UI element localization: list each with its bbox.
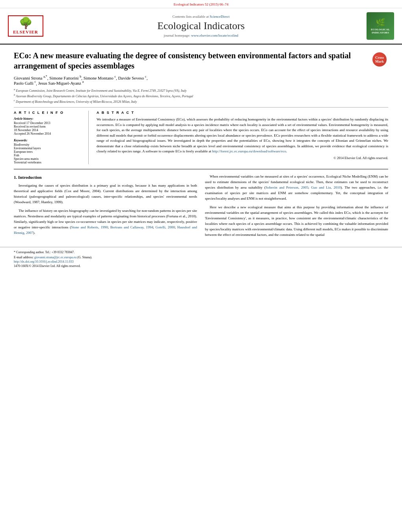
revised-date: 18 November 2014 (14, 128, 84, 132)
crossmark-circle: CrossMark (372, 52, 387, 67)
eco-badge-icon: 🌿 (376, 18, 385, 27)
accepted-date: Accepted 26 November 2014 (14, 132, 84, 135)
affiliation-c: c Department of Biotechnology and Biosci… (14, 99, 388, 104)
keyword-5: Species-area matrix (14, 157, 84, 161)
ref-bertrans[interactable]: Bertrans and Callaway, 1994 (110, 225, 153, 229)
journal-citation: Ecological Indicators 52 (2015) 66–74 (174, 2, 229, 6)
revised-label: Received in revised form (14, 125, 84, 128)
journal-citation-bar: Ecological Indicators 52 (2015) 66–74 (0, 0, 402, 8)
journal-info-center: Contents lists available at ScienceDirec… (43, 15, 359, 37)
body-two-col: 1. Introduction Investigating the causes… (14, 174, 388, 241)
journal-title: Ecological Indicators (43, 20, 359, 32)
body-divider (14, 169, 388, 169)
authors-line: Giovanni Strona a,*, Simone Fattorini b,… (14, 75, 388, 85)
body-right-col: When environmental variables can be meas… (205, 174, 388, 241)
footnote-issn: 1470-160X/© 2014 Elsevier Ltd. All right… (14, 264, 388, 268)
ref-gotelli[interactable]: Gotelli, 2000 (155, 225, 175, 229)
abstract-section: A B S T R A C T We introduce a measure o… (97, 111, 388, 164)
history-label: Article history: (14, 117, 84, 120)
eco-software-link[interactable]: http://forest.jrc.ec.europa.eu/download/… (212, 149, 286, 153)
affiliation-b: b Azorean Biodiversity Group, Departamen… (14, 93, 388, 98)
article-info-abstract-row: A R T I C L E I N F O Article history: R… (14, 107, 388, 164)
author-3: Simone Montano c (84, 76, 116, 80)
sciencedirect-link[interactable]: ScienceDirect (210, 15, 229, 19)
abstract-body: We introduce a measure of Environmental … (97, 117, 388, 153)
eco-badge-box: 🌿 ECOLOGICALINDICATORS (367, 12, 394, 40)
eco-badge-text: ECOLOGICALINDICATORS (371, 28, 390, 34)
right-para-2: Here we describe a new ecological measur… (205, 205, 388, 238)
crossmark-label: CrossMark (375, 56, 384, 63)
abstract-heading: A B S T R A C T (97, 111, 388, 115)
author-5: Paolo Galli c (14, 81, 36, 85)
email-label: E-mail address: (14, 256, 34, 259)
intro-para-1: Investigating the causes of species dist… (14, 183, 197, 205)
intro-heading: 1. Introduction (14, 174, 197, 181)
author-4: Davide Seveso c (118, 76, 147, 80)
sciencedirect-line: Contents lists available at ScienceDirec… (43, 15, 359, 19)
keyword-3: European trees (14, 150, 84, 154)
doi-link[interactable]: http://dx.doi.org/10.1016/j.ecolind.2014… (14, 260, 74, 263)
ref-stone[interactable]: Stone and Roberts, 1990 (71, 225, 108, 229)
abstract-copyright: © 2014 Elsevier Ltd. All rights reserved… (97, 156, 388, 160)
ref-guo[interactable]: Guo and Liu, 2010 (311, 185, 341, 189)
article-title: ECo: A new measure evaluating the degree… (14, 50, 368, 71)
homepage-link[interactable]: www.elsevier.com/locate/ecolind (191, 33, 238, 37)
elsevier-logo: 🌳 ELSEVIER (8, 15, 43, 37)
abstract-text: We introduce a measure of Environmental … (97, 117, 388, 154)
article-info-heading: A R T I C L E I N F O (14, 111, 84, 115)
homepage-prefix: journal homepage: (164, 33, 191, 37)
keywords-section: Keywords: Biodiversity Environmental lay… (14, 139, 84, 164)
keyword-6: Terrestrial vertebrates (14, 161, 84, 164)
article-info-panel: A R T I C L E I N F O Article history: R… (14, 111, 89, 164)
elsevier-label: ELSEVIER (11, 30, 40, 34)
footnote-star: * Corresponding author. Tel.: +39 0332 7… (14, 250, 388, 254)
journal-header: 🌳 ELSEVIER Contents lists available at S… (0, 8, 402, 44)
right-para-1: When environmental variables can be meas… (205, 174, 388, 202)
keyword-2: Environmental layers (14, 146, 84, 150)
article-history: Article history: Received 17 December 20… (14, 117, 84, 135)
crossmark-badge: CrossMark (372, 52, 388, 67)
email-suffix: (G. Strana). (76, 256, 92, 259)
ecological-indicators-badge: 🌿 ECOLOGICALINDICATORS (359, 12, 394, 40)
keyword-4: Fish (14, 154, 84, 157)
author-2: Simone Fattorini b (49, 76, 81, 80)
article-title-area: ECo: A new measure evaluating the degree… (14, 50, 388, 71)
elsevier-tree-icon: 🌳 (11, 18, 40, 29)
keyword-1: Biodiversity (14, 143, 84, 146)
author-6: Jesus San-Miguel-Ayanz a (38, 81, 84, 85)
received-date: Received 17 December 2013 (14, 121, 84, 125)
body-left-col: 1. Introduction Investigating the causes… (14, 174, 197, 241)
homepage-line: journal homepage: www.elsevier.com/locat… (43, 33, 359, 37)
article-content: ECo: A new measure evaluating the degree… (0, 44, 402, 247)
footnote-doi: http://dx.doi.org/10.1016/j.ecolind.2014… (14, 260, 388, 263)
footnote-area: * Corresponding author. Tel.: +39 0332 7… (0, 247, 402, 272)
article-title-text: ECo: A new measure evaluating the degree… (14, 50, 368, 71)
abstract-end: . (286, 149, 287, 153)
contents-prefix: Contents lists available at (173, 15, 210, 19)
keywords-label: Keywords: (14, 139, 84, 142)
ref-soberon[interactable]: Soberón and Peterson, 2005 (266, 185, 308, 189)
affiliation-a: a European Commission, Joint Research Ce… (14, 88, 388, 93)
footnote-email: E-mail address: giovanni.strana@jrc.ec.e… (14, 256, 388, 259)
email-link[interactable]: giovanni.strana@jrc.ec.europa.eu (34, 256, 76, 259)
intro-para-2: The influence of history on species biog… (14, 208, 197, 236)
author-1: Giovanni Strona a,* (14, 76, 47, 80)
affiliations: a European Commission, Joint Research Ce… (14, 88, 388, 103)
